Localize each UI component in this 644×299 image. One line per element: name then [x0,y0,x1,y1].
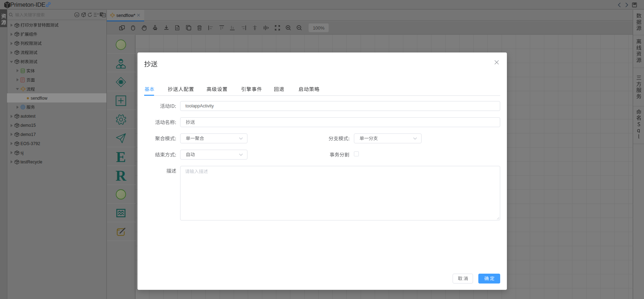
svg-text:AI: AI [76,14,78,16]
svg-text:A: A [103,13,105,17]
